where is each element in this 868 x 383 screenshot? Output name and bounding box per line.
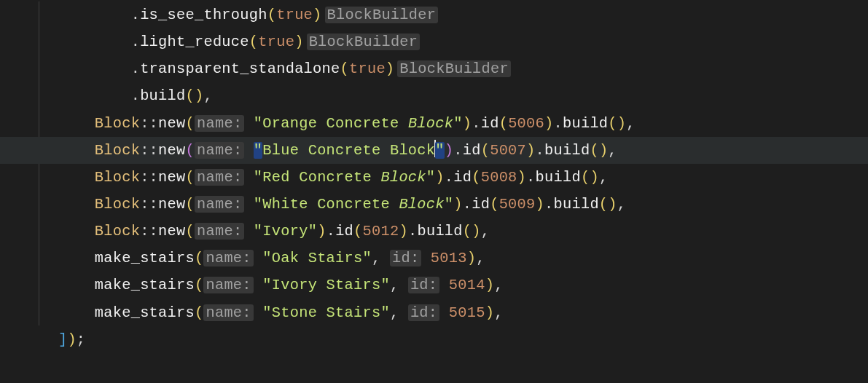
string-literal: "White Concrete Block" <box>254 196 453 213</box>
string-literal: "Red Concrete Block" <box>254 169 435 186</box>
string-literal: "Orange Concrete Block" <box>254 115 463 132</box>
inlay-hint: BlockBuilder <box>307 33 421 50</box>
inlay-hint: id: <box>408 304 439 321</box>
method-call: build <box>140 87 185 104</box>
method-call: id <box>472 196 490 213</box>
inlay-hint: name: <box>203 304 253 321</box>
method-call: transparent_standalone <box>140 60 340 77</box>
inlay-hint: name: <box>195 115 244 132</box>
method-call: id <box>335 223 353 240</box>
number-literal: 5014 <box>449 277 485 293</box>
method-call: is_see_through <box>140 7 267 23</box>
inlay-hint: name: <box>203 250 253 266</box>
type-name: Block <box>95 196 140 213</box>
code-editor[interactable]: .is_see_through(true)BlockBuilder .light… <box>0 1 868 353</box>
code-line[interactable]: ]); <box>0 326 868 353</box>
code-line-active[interactable]: Block::new(name: "Blue Concrete Block").… <box>0 137 868 164</box>
number-literal: 5006 <box>508 115 544 132</box>
inlay-hint: id: <box>390 250 421 266</box>
fn-call: make_stairs <box>95 277 195 293</box>
type-name: Block <box>95 142 140 159</box>
fn-name: new <box>158 142 185 159</box>
inlay-hint: name: <box>195 142 244 159</box>
code-line[interactable]: Block::new(name: "White Concrete Block")… <box>0 191 868 218</box>
code-line[interactable]: make_stairs(name: "Oak Stairs", id: 5013… <box>0 245 868 272</box>
number-literal: 5008 <box>481 169 517 186</box>
method-call: build <box>536 169 581 186</box>
fn-name: new <box>158 169 185 186</box>
method-call: light_reduce <box>140 33 249 50</box>
fn-name: new <box>158 196 185 213</box>
method-call: build <box>554 196 599 213</box>
method-call: build <box>417 223 462 240</box>
inlay-hint: BlockBuilder <box>397 60 511 77</box>
string-literal: "Oak Stairs" <box>262 250 372 266</box>
bool-literal: true <box>276 7 313 23</box>
method-call: id <box>453 169 472 186</box>
fn-name: new <box>158 115 185 132</box>
type-name: Block <box>95 223 140 240</box>
string-literal: "Blue Concrete Block" <box>254 142 445 159</box>
code-line[interactable]: .transparent_standalone(true)BlockBuilde… <box>0 55 868 82</box>
inlay-hint: name: <box>195 169 244 186</box>
string-literal: "Ivory Stairs" <box>262 277 390 293</box>
number-literal: 5013 <box>431 250 467 266</box>
string-literal: "Stone Stairs" <box>262 304 390 321</box>
number-literal: 5012 <box>363 223 399 240</box>
code-line[interactable]: .light_reduce(true)BlockBuilder <box>0 28 868 55</box>
inlay-hint: id: <box>408 277 439 293</box>
inlay-hint: name: <box>195 196 244 213</box>
type-name: Block <box>95 115 140 132</box>
fn-call: make_stairs <box>95 304 195 321</box>
method-call: id <box>463 142 481 159</box>
method-call: build <box>544 142 590 159</box>
bool-literal: true <box>258 33 294 50</box>
code-line[interactable]: Block::new(name: "Red Concrete Block").i… <box>0 164 868 191</box>
inlay-hint: name: <box>203 277 253 293</box>
inlay-hint: name: <box>195 223 244 240</box>
code-line[interactable]: make_stairs(name: "Stone Stairs", id: 50… <box>0 299 868 326</box>
code-line[interactable]: .is_see_through(true)BlockBuilder <box>0 1 868 28</box>
method-call: build <box>563 115 608 132</box>
type-name: Block <box>95 169 140 186</box>
fn-call: make_stairs <box>95 250 195 266</box>
code-line[interactable]: Block::new(name: "Orange Concrete Block"… <box>0 110 868 137</box>
inlay-hint: BlockBuilder <box>325 7 439 23</box>
bool-literal: true <box>349 60 386 77</box>
method-call: id <box>481 115 499 132</box>
number-literal: 5009 <box>499 196 536 213</box>
code-line[interactable]: Block::new(name: "Ivory").id(5012).build… <box>0 218 868 245</box>
fn-name: new <box>158 223 185 240</box>
code-line[interactable]: .build(), <box>0 82 868 109</box>
number-literal: 5007 <box>490 142 526 159</box>
number-literal: 5015 <box>449 304 485 321</box>
string-literal: "Ivory" <box>254 223 317 240</box>
code-line[interactable]: make_stairs(name: "Ivory Stairs", id: 50… <box>0 272 868 299</box>
